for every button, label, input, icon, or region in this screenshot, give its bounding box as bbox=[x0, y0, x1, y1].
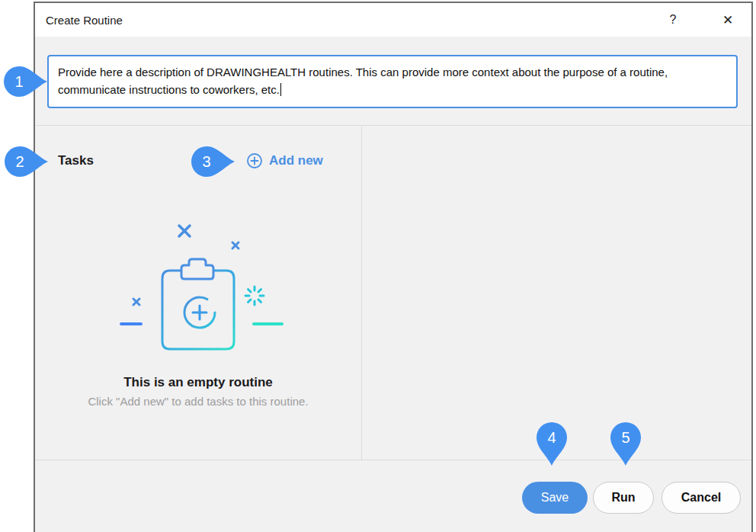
add-new-label: Add new bbox=[269, 153, 323, 168]
cancel-button-label: Cancel bbox=[681, 491, 721, 505]
tasks-header: Tasks bbox=[58, 153, 94, 168]
run-button[interactable]: Run bbox=[593, 482, 654, 514]
save-button-label: Save bbox=[541, 491, 569, 505]
text-cursor bbox=[280, 83, 282, 96]
add-new-button[interactable]: Add new bbox=[246, 152, 323, 169]
plus-circle-icon bbox=[246, 152, 263, 169]
empty-state-title: This is an empty routine bbox=[35, 375, 361, 390]
run-button-label: Run bbox=[611, 491, 635, 505]
sparkle-x-small-right bbox=[232, 242, 239, 248]
empty-routine-clipboard-illustration bbox=[118, 220, 286, 353]
plus-icon bbox=[193, 306, 207, 319]
cancel-button[interactable]: Cancel bbox=[662, 482, 741, 514]
footer-divider bbox=[35, 460, 751, 460]
save-button[interactable]: Save bbox=[522, 482, 588, 514]
close-icon: ✕ bbox=[722, 12, 733, 28]
create-routine-dialog: Create Routine ? ✕ Provide here a descri… bbox=[34, 2, 753, 532]
close-button[interactable]: ✕ bbox=[715, 3, 741, 37]
callout-number: 2 bbox=[2, 144, 37, 179]
help-icon: ? bbox=[670, 13, 677, 27]
screenshot-page: Create Routine ? ✕ Provide here a descri… bbox=[0, 0, 756, 532]
clipboard-clip bbox=[181, 259, 213, 279]
clipboard-body bbox=[162, 271, 234, 349]
section-divider bbox=[35, 125, 751, 126]
help-button[interactable]: ? bbox=[660, 3, 686, 37]
empty-state-hint: Click "Add new" to add tasks to this rou… bbox=[35, 395, 361, 408]
dialog-title: Create Routine bbox=[46, 14, 123, 27]
sparkle-x-large bbox=[179, 226, 190, 236]
routine-description-input[interactable]: Provide here a description of DRAWINGHEA… bbox=[47, 55, 738, 108]
sparkle-x-small-left bbox=[133, 299, 139, 305]
panel-divider bbox=[361, 126, 362, 460]
callout-number: 1 bbox=[2, 64, 37, 99]
dialog-titlebar: Create Routine bbox=[35, 3, 751, 37]
sparkle-burst-icon bbox=[245, 287, 264, 305]
routine-description-text: Provide here a description of DRAWINGHEA… bbox=[58, 66, 668, 96]
